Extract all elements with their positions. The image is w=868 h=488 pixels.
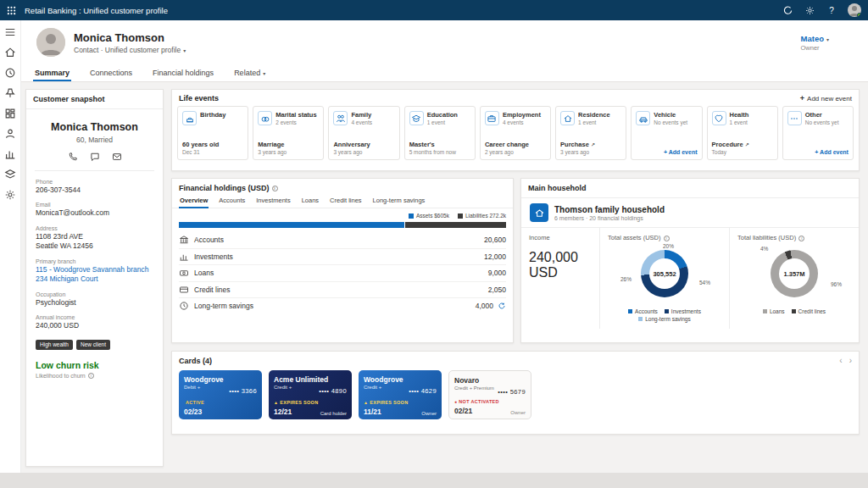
bank-card-acme-credit[interactable]: Acme Unlimited Credit + •••• 4890 EXPIRE… (269, 370, 352, 419)
life-event-line1: Marriage (258, 141, 319, 148)
field-label: Phone (36, 179, 153, 185)
assets-donut-legend: Accounts Investments Long-term savings (608, 308, 721, 322)
settings-gear-icon[interactable] (804, 4, 815, 16)
fin-tab-credit-lines[interactable]: Credit lines (329, 194, 363, 208)
life-event-line1: Anniversary (333, 141, 394, 148)
field-label: Primary branch (36, 258, 153, 264)
fin-tab-loans[interactable]: Loans (301, 194, 320, 208)
add-event-button[interactable]: + Add event (664, 149, 698, 155)
add-new-event-button[interactable]: +Add new event (800, 94, 852, 103)
field-value: Seattle WA 12456 (36, 241, 153, 251)
plus-icon: + (800, 94, 804, 103)
site-map-menu-icon[interactable] (4, 26, 16, 38)
rail-settings-icon[interactable] (4, 189, 16, 201)
row-long-term-savings[interactable]: Long-term savings 4,000 (179, 297, 506, 314)
row-loans[interactable]: Loans 9,000 (179, 264, 506, 281)
waffle-menu-icon[interactable] (7, 6, 16, 15)
customer-tags: High wealth New client (26, 338, 163, 350)
tab-summary[interactable]: Summary (33, 65, 71, 81)
liabilities-bar-segment (405, 222, 506, 228)
main-content: Customer snapshot Monica Thomson 60, Mar… (21, 82, 868, 473)
branch-link[interactable]: 234 Michigan Court (36, 274, 153, 284)
fin-tab-overview[interactable]: Overview (179, 194, 209, 208)
household-record[interactable]: Thomson family household 6 members · 20 … (521, 198, 859, 228)
external-link-icon: ↗ (591, 141, 595, 147)
life-event-card-education[interactable]: Education1 event Master's5 months from n… (404, 106, 476, 160)
life-event-count: 2 events (275, 119, 316, 125)
assets-pct-savings: 26% (620, 276, 632, 282)
life-events-title: Life events (179, 94, 219, 103)
info-icon[interactable]: i (798, 236, 804, 241)
bank-card-woodgrove-credit[interactable]: Woodgrove Credit + •••• 4629 EXPIRES SOO… (359, 370, 442, 419)
field-value[interactable]: MonicaT@outlook.com (36, 208, 153, 218)
pinned-icon[interactable] (4, 87, 16, 99)
life-event-title: Vehicle (654, 111, 687, 119)
life-event-line1: 60 years old (182, 141, 243, 148)
cards-panel: Cards (4) ‹› Woodgrove Debit + •••• 3366… (171, 351, 860, 435)
add-new-event-label: Add new event (807, 95, 852, 103)
analytics-icon[interactable] (4, 148, 16, 160)
row-credit-lines[interactable]: Credit lines 2,050 (179, 281, 506, 298)
savings-clock-icon (179, 301, 189, 311)
life-event-count: 4 events (503, 119, 541, 125)
family-icon (333, 111, 348, 125)
recent-icon[interactable] (4, 67, 16, 79)
liabilities-donut-chart: 4% 96% 1.357M (754, 244, 835, 305)
loans-swatch (763, 309, 767, 313)
info-icon[interactable]: i (272, 186, 278, 191)
fin-tab-accounts[interactable]: Accounts (218, 194, 246, 208)
collections-icon[interactable] (4, 169, 16, 180)
owner-name: Mateo (801, 34, 824, 43)
field-value: 240,000 USD (36, 321, 153, 330)
chevron-right-icon[interactable]: › (849, 356, 852, 365)
sync-icon[interactable] (498, 302, 506, 310)
life-event-card-vehicle[interactable]: VehicleNo events yet + Add event (631, 106, 702, 160)
owner-field[interactable]: Mateo▾ Owner (801, 34, 853, 52)
user-avatar[interactable] (848, 3, 861, 17)
cards-list: Woodgrove Debit + •••• 3366 ACTIVE 02/23… (172, 368, 859, 422)
house-icon (560, 111, 575, 125)
rings-icon (258, 111, 272, 125)
chat-icon[interactable] (90, 152, 100, 162)
life-event-card-marital-status[interactable]: Marital status2 events Marriage3 years a… (253, 106, 324, 160)
field-value[interactable]: 206-307-3544 (36, 186, 153, 195)
home-icon[interactable] (4, 47, 16, 58)
branch-link[interactable]: 115 - Woodgrove Savannah branch (36, 265, 153, 274)
tab-connections[interactable]: Connections (88, 65, 134, 81)
life-event-card-employment[interactable]: Employment4 events Career change2 years … (480, 106, 551, 160)
life-event-card-residence[interactable]: Residence1 event Purchase↗3 years ago (555, 106, 626, 160)
financial-holdings-rows: Accounts 20,600 Investments 12,000 Loans… (172, 231, 513, 314)
info-icon[interactable]: i (88, 373, 94, 379)
owner-role: Owner (801, 44, 829, 52)
total-assets-label-text: Total assets (USD) (608, 234, 661, 241)
tab-financial-holdings[interactable]: Financial holdings (151, 65, 215, 81)
dashboards-icon[interactable] (4, 108, 16, 119)
contact-avatar[interactable] (36, 28, 65, 57)
life-event-card-health[interactable]: Health1 event Procedure↗Today (707, 106, 778, 160)
record-type-switcher[interactable]: Contact · Unified customer profile▾ (74, 46, 186, 54)
info-icon[interactable]: i (664, 236, 670, 241)
call-icon[interactable] (68, 152, 78, 162)
life-event-card-other[interactable]: OtherNo events yet + Add event (782, 106, 854, 160)
fin-tab-long-term-savings[interactable]: Long-term savings (372, 194, 426, 208)
ellipsis-icon (787, 111, 802, 125)
life-event-card-birthday[interactable]: Birthday 60 years oldDec 31 (177, 106, 248, 160)
tab-related[interactable]: Related▾ (232, 65, 267, 81)
fin-tab-investments[interactable]: Investments (255, 194, 291, 208)
add-event-button[interactable]: + Add event (815, 149, 849, 155)
income-value: 240,000USD (529, 250, 592, 281)
bank-card-woodgrove-debit[interactable]: Woodgrove Debit + •••• 3366 ACTIVE 02/23 (179, 370, 262, 419)
card-brand: Woodgrove (364, 375, 437, 384)
help-icon[interactable]: ? (826, 4, 837, 16)
chevron-left-icon[interactable]: ‹ (839, 356, 842, 365)
row-label: Credit lines (194, 286, 231, 294)
error-dot-icon (454, 399, 457, 404)
row-investments[interactable]: Investments 12,000 (179, 248, 506, 265)
life-event-card-family[interactable]: Family4 events Anniversary3 years ago (328, 106, 399, 160)
email-icon[interactable] (112, 152, 122, 162)
copilot-icon[interactable] (782, 4, 793, 16)
life-event-line2: 5 months from now (409, 149, 470, 155)
contacts-icon[interactable] (4, 128, 16, 140)
bank-card-novaro-credit[interactable]: Novaro Credit + Premium •••• 5679 NOT AC… (448, 370, 531, 419)
row-accounts[interactable]: Accounts 20,600 (179, 231, 506, 248)
